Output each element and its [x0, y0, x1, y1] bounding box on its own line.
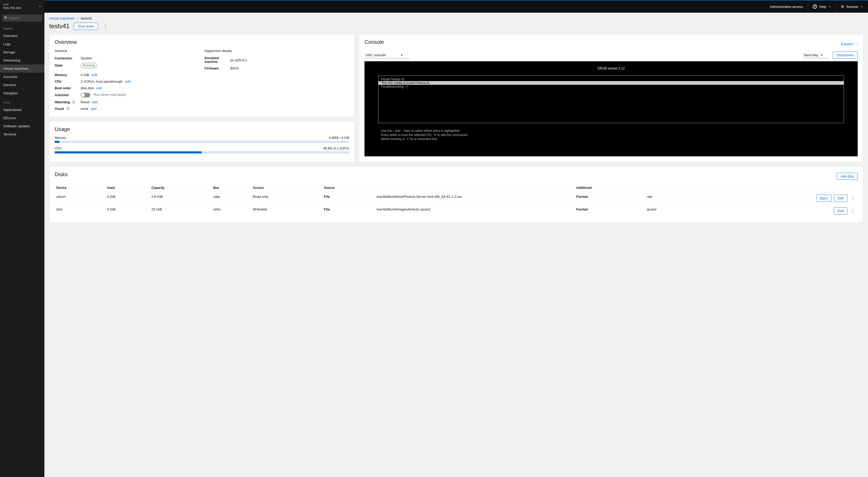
autostart-toggle[interactable] — [81, 93, 90, 98]
console-card: Console Expand ⛶ VNC console ▼ — [359, 34, 863, 162]
search-icon: 🔍 — [4, 16, 8, 20]
disk-source-path: /var/lib/libvirt/boot/Fedora-Server-dvd-… — [375, 192, 575, 205]
disk-source-label: File — [322, 192, 375, 205]
disk-bus: virtio — [212, 205, 251, 217]
disk-additional-value: qcow2 — [645, 205, 694, 217]
sidebar-item[interactable]: Navigator — [0, 89, 44, 97]
memory-value: 4 GiB — [81, 73, 89, 77]
table-header: Access — [251, 184, 322, 192]
sidebar-item[interactable]: SELinux — [0, 114, 44, 122]
sidebar-item[interactable]: Storage — [0, 48, 44, 56]
console-type-select[interactable]: VNC console ▼ — [365, 52, 409, 58]
chevron-down-icon: ▼ — [39, 5, 41, 8]
disk-capacity: 2.6 GiB — [150, 192, 212, 205]
general-subhead: General — [55, 49, 199, 53]
table-header: Capacity — [150, 184, 212, 192]
vm-actions-kebab[interactable]: ⋮ — [102, 23, 108, 29]
vsock-label: Vsock — [55, 107, 64, 111]
admin-access-link[interactable]: Administrative access — [765, 1, 808, 13]
edit-disk-button[interactable]: Edit — [834, 195, 848, 202]
chevron-right-icon: › — [77, 16, 78, 20]
watchdog-edit-link[interactable]: edit — [92, 100, 98, 104]
firmware-label: Firmware — [205, 67, 230, 70]
disk-device: cdrom — [55, 192, 105, 205]
breadcrumb-parent[interactable]: Virtual machines — [49, 16, 74, 20]
emulated-label: Emulated machine — [205, 56, 230, 64]
grub-menu: Install Fedora 41*Test this media & inst… — [378, 75, 844, 123]
vsock-add-link[interactable]: add — [91, 107, 97, 111]
help-icon[interactable]: ? — [72, 101, 75, 104]
chevron-down-icon: ▼ — [821, 54, 823, 57]
session-menu[interactable]: ⚙ Session ▼ — [836, 1, 868, 13]
expand-console-link[interactable]: Expand ⛶ — [841, 42, 858, 46]
vnc-viewport[interactable]: GRUB version 2.12 Install Fedora 41*Test… — [365, 61, 858, 156]
table-header: Source — [322, 184, 375, 192]
nav-section-tools: Tools — [0, 97, 44, 106]
watchdog-label: Watchdog — [55, 100, 70, 104]
send-key-label: Send key — [804, 53, 818, 57]
cpu-value: 2 vCPUs, host passthrough — [81, 79, 122, 83]
disk-actions: Edit⋮ — [694, 205, 858, 217]
send-key-select[interactable]: Send key ▼ — [803, 52, 830, 58]
disk-bus: sata — [212, 192, 251, 205]
vsock-value: none — [81, 107, 88, 111]
overview-card: Overview General Hypervisor details — [49, 34, 355, 117]
sidebar-item[interactable]: Networking — [0, 56, 44, 64]
host-name: rbox.fritz.box — [3, 6, 22, 10]
state-badge: Running — [81, 63, 97, 68]
disk-device: disk — [55, 205, 105, 217]
console-title: Console — [365, 39, 384, 45]
disconnect-button[interactable]: Disconnect — [833, 52, 858, 59]
breadcrumb-current: testv41 — [81, 16, 92, 20]
disks-title: Disks — [55, 171, 68, 177]
disks-card: Disks Add disk DeviceUsedCapacityBusAcce… — [49, 166, 863, 223]
eject-button[interactable]: Eject — [816, 195, 832, 202]
state-label: State — [55, 64, 81, 67]
disk-kebab[interactable]: ⋮ — [850, 195, 856, 202]
console-type-value: VNC console — [366, 53, 385, 57]
usage-mem-value: 0.0659 / 4 GiB — [329, 136, 349, 140]
host-switcher[interactable]: pb@ rbox.fritz.box ▼ — [0, 0, 44, 13]
usage-cpu-bar — [55, 151, 349, 154]
disk-capacity: 25 GiB — [150, 205, 212, 217]
sidebar-item[interactable]: Accounts — [0, 73, 44, 81]
disk-used: 0 GiB — [105, 205, 150, 217]
usage-mem-bar — [55, 141, 349, 143]
shutdown-button[interactable]: Shut down — [74, 23, 98, 30]
cpu-label: CPU — [55, 80, 81, 83]
disk-additional-label: Format — [575, 192, 645, 205]
disk-additional-label: Format — [575, 205, 645, 217]
table-header: Used — [105, 184, 150, 192]
autostart-label: Autostart — [55, 93, 81, 97]
help-menu[interactable]: ? Help ▼ — [808, 1, 836, 13]
nav-section-system: System — [0, 23, 44, 32]
usage-cpu-label: CPU — [55, 146, 61, 150]
disks-table: DeviceUsedCapacityBusAccessSourceAdditio… — [55, 184, 858, 217]
edit-disk-button[interactable]: Edit — [834, 207, 848, 214]
add-disk-button[interactable]: Add disk — [837, 173, 858, 180]
sidebar-item[interactable]: Software updates — [0, 122, 44, 130]
emulated-value: pc-q35-8.2 — [230, 58, 349, 62]
autostart-desc: Run when host boots — [94, 93, 126, 97]
disk-kebab[interactable]: ⋮ — [850, 208, 856, 214]
boot-label: Boot order — [55, 87, 81, 90]
memory-label: Memory — [55, 73, 81, 77]
cpu-edit-link[interactable]: edit — [125, 79, 130, 83]
usage-cpu-value: 49.9% of 2 vCPUs — [323, 146, 349, 150]
table-header — [375, 184, 575, 192]
connection-value: System — [81, 56, 199, 60]
disk-source-label: File — [322, 205, 375, 217]
sidebar-item[interactable]: Logs — [0, 40, 44, 48]
sidebar-item[interactable]: Overview — [0, 32, 44, 40]
memory-edit-link[interactable]: edit — [92, 73, 97, 77]
usage-card: Usage Memory 0.0659 / 4 GiB CPU 49.9% — [49, 121, 355, 162]
sidebar-item[interactable]: Terminal — [0, 130, 44, 138]
help-icon[interactable]: ? — [66, 107, 69, 111]
table-header — [645, 184, 694, 192]
sidebar-item[interactable]: Applications — [0, 106, 44, 114]
table-header: Additional — [575, 184, 645, 192]
sidebar-item[interactable]: Services — [0, 81, 44, 89]
connection-label: Connection — [55, 57, 81, 60]
sidebar-item[interactable]: Virtual machines — [0, 64, 44, 73]
boot-edit-link[interactable]: edit — [96, 86, 102, 90]
